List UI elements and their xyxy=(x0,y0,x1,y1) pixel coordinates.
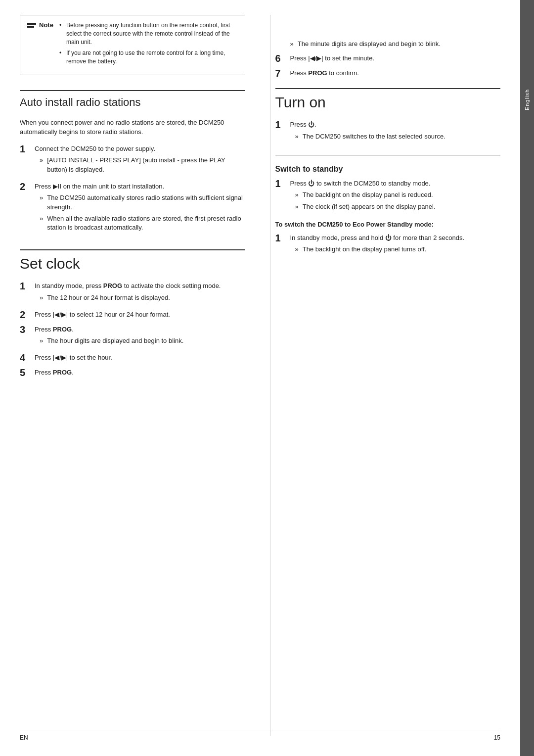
standby-step-1: 1 Press ⏻ to switch the DCM250 to standb… xyxy=(275,179,501,214)
standby-sub-1: » The backlight on the display panel is … xyxy=(295,190,501,199)
note-lines-icon xyxy=(27,23,36,28)
eco-sub-1: » The backlight on the display panel tur… xyxy=(295,245,501,254)
sub-bullet-s2: » xyxy=(295,202,299,211)
auto-install-intro: When you connect power and no radio stat… xyxy=(20,118,245,137)
turn-on-section: Turn on 1 Press ⏻. » The DCM250 switches… xyxy=(275,88,501,143)
clock-step-3-bold: PROG xyxy=(53,326,72,333)
sub-bullet-s1: » xyxy=(295,190,299,199)
main-content: Note Before pressing any function button… xyxy=(0,0,520,756)
clock-step-5: 5 Press PROG. xyxy=(20,368,245,378)
turnon-sub-1-text: The DCM250 switches to the last selected… xyxy=(303,132,500,141)
step-2-sub-1-text: The DCM250 automatically stores radio st… xyxy=(47,193,245,211)
clock-step-1-text-before: In standby mode, press xyxy=(35,282,103,289)
sub-bullet-c1: » xyxy=(40,293,43,302)
eco-step-1-text: In standby mode, press and hold ⏻ for mo… xyxy=(290,234,465,241)
note-item-2: If you are not going to use the remote c… xyxy=(59,49,238,66)
right-sub-1: » The minute digits are displayed and be… xyxy=(290,40,501,48)
note-content: Before pressing any function button on t… xyxy=(59,21,238,69)
turnon-step-1: 1 Press ⏻. » The DCM250 switches to the … xyxy=(275,120,501,143)
auto-install-title: Auto install radio stations xyxy=(20,90,245,111)
eco-sub-1-text: The backlight on the display panel turns… xyxy=(303,245,500,254)
note-box: Note Before pressing any function button… xyxy=(20,15,245,75)
sub-bullet-r1: » xyxy=(290,40,294,48)
note-list: Before pressing any function button on t… xyxy=(59,21,238,66)
step-2-content: Press ▶II on the main unit to start inst… xyxy=(35,182,245,235)
side-tab: English xyxy=(520,0,534,756)
clock-step-7-text-after: to confirm. xyxy=(327,69,359,77)
step-1-content: Connect the DCM250 to the power supply. … xyxy=(35,144,245,177)
step-1-text: Connect the DCM250 to the power supply. xyxy=(35,145,155,152)
step-2-text: Press ▶II on the main unit to start inst… xyxy=(35,183,164,190)
sub-bullet-2b: » xyxy=(40,214,43,232)
clock-step-7-text-before: Press xyxy=(290,69,309,77)
side-tab-text: English xyxy=(524,89,530,110)
turnon-step-1-content: Press ⏻. » The DCM250 switches to the la… xyxy=(290,120,501,143)
step-1-sub-1: » [AUTO INSTALL - PRESS PLAY] (auto inst… xyxy=(40,156,245,174)
set-clock-continuation: » The minute digits are displayed and be… xyxy=(275,15,501,78)
two-column-layout: Note Before pressing any function button… xyxy=(20,15,500,736)
left-column: Note Before pressing any function button… xyxy=(20,15,250,736)
eco-step-1-content: In standby mode, press and hold ⏻ for mo… xyxy=(290,233,501,257)
clock-step-number-1: 1 xyxy=(20,281,31,291)
clock-step-7: 7 Press PROG to confirm. xyxy=(275,68,501,78)
switch-standby-section: Switch to standby 1 Press ⏻ to switch th… xyxy=(275,165,501,257)
step-2-sub-2: » When all the available radio stations … xyxy=(40,214,245,232)
standby-step-1-text: Press ⏻ to switch the DCM250 to standby … xyxy=(290,180,431,187)
step-2-sub-items: » The DCM250 automatically stores radio … xyxy=(35,193,245,232)
clock-step-number-4: 4 xyxy=(20,353,31,363)
clock-step-number-2: 2 xyxy=(20,310,31,320)
clock-step-1-sub-1: » The 12 hour or 24 hour format is displ… xyxy=(40,293,245,302)
clock-step-1-sub: » The 12 hour or 24 hour format is displ… xyxy=(35,293,245,302)
clock-step-3-text-after: . xyxy=(72,326,74,333)
standby-sub-2: » The clock (if set) appears on the disp… xyxy=(295,202,501,211)
note-item-1: Before pressing any function button on t… xyxy=(59,21,238,46)
set-clock-section: Set clock 1 In standby mode, press PROG … xyxy=(20,249,245,378)
footer-lang: EN xyxy=(20,734,28,741)
clock-step-7-bold: PROG xyxy=(308,69,327,77)
clock-step-number-6: 6 xyxy=(275,53,286,63)
clock-step-4: 4 Press |◀/▶| to set the hour. xyxy=(20,353,245,363)
sub-bullet-2a: » xyxy=(40,193,43,211)
sub-bullet-e1: » xyxy=(295,245,299,254)
eco-step-1-sub: » The backlight on the display panel tur… xyxy=(290,245,501,254)
standby-sub-1-text: The backlight on the display panel is re… xyxy=(303,190,500,199)
clock-step-5-bold: PROG xyxy=(53,369,72,376)
clock-step-6: 6 Press |◀/▶| to set the minute. xyxy=(275,53,501,63)
note-line-2 xyxy=(27,26,34,28)
clock-step-7-content: Press PROG to confirm. xyxy=(290,68,501,78)
standby-step-1-content: Press ⏻ to switch the DCM250 to standby … xyxy=(290,179,501,214)
eco-step-1: 1 In standby mode, press and hold ⏻ for … xyxy=(275,233,501,257)
sub-bullet-t1: » xyxy=(295,132,299,141)
auto-install-step-2: 2 Press ▶II on the main unit to start in… xyxy=(20,182,245,235)
clock-step-3-sub-text: The hour digits are displayed and begin … xyxy=(47,336,245,345)
step-2-sub-2-text: When all the available radio stations ar… xyxy=(47,214,245,232)
turnon-step-number-1: 1 xyxy=(275,120,286,130)
clock-step-6-content: Press |◀/▶| to set the minute. xyxy=(290,53,501,63)
standby-step-number-1: 1 xyxy=(275,179,286,189)
page: Note Before pressing any function button… xyxy=(0,0,534,756)
clock-step-5-text-after: . xyxy=(72,369,74,376)
step-number-1: 1 xyxy=(20,144,31,154)
clock-step-5-content: Press PROG. xyxy=(35,368,245,378)
clock-step-1-sub-text: The 12 hour or 24 hour format is display… xyxy=(47,293,245,302)
clock-step-number-7: 7 xyxy=(275,68,286,78)
clock-step-3-sub: » The hour digits are displayed and begi… xyxy=(35,336,245,345)
clock-step-2-text: Press |◀/▶| to select 12 hour or 24 hour… xyxy=(35,311,170,318)
clock-step-1-content: In standby mode, press PROG to activate … xyxy=(35,281,245,305)
step-1-sub-1-text: [AUTO INSTALL - PRESS PLAY] (auto instal… xyxy=(47,156,245,174)
standby-sub-2-text: The clock (if set) appears on the displa… xyxy=(303,202,500,211)
clock-step-5-text-before: Press xyxy=(35,369,53,376)
clock-step-3-sub-1: » The hour digits are displayed and begi… xyxy=(40,336,245,345)
set-clock-title: Set clock xyxy=(20,249,245,274)
clock-step-number-5: 5 xyxy=(20,368,31,378)
step-1-sub-items: » [AUTO INSTALL - PRESS PLAY] (auto inst… xyxy=(35,156,245,174)
eco-power-title: To switch the DCM250 to Eco Power Standb… xyxy=(275,221,501,228)
eco-step-number-1: 1 xyxy=(275,233,286,243)
sub-bullet: » xyxy=(40,156,43,174)
clock-step-2-content: Press |◀/▶| to select 12 hour or 24 hour… xyxy=(35,310,245,320)
clock-step-number-3: 3 xyxy=(20,325,31,334)
auto-install-section: Auto install radio stations When you con… xyxy=(20,90,245,235)
step-number-2: 2 xyxy=(20,182,31,191)
auto-install-step-1: 1 Connect the DCM250 to the power supply… xyxy=(20,144,245,177)
page-footer: EN 15 xyxy=(20,730,500,741)
